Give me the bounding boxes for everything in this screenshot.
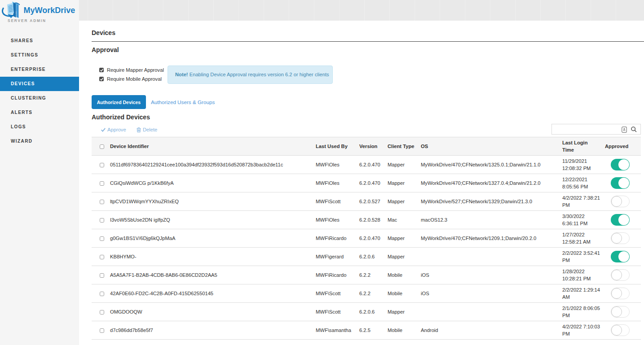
- svg-text:SERVER ADMIN: SERVER ADMIN: [8, 18, 46, 23]
- svg-text:MyWorkDrive: MyWorkDrive: [24, 6, 75, 15]
